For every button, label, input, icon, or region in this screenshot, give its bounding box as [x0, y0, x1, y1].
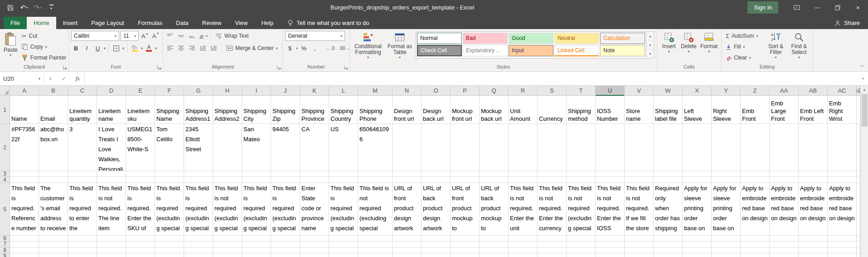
cell-AC4[interactable] — [828, 177, 857, 183]
cell-K6[interactable] — [300, 236, 329, 242]
column-header-AC[interactable]: AC — [828, 86, 857, 96]
align-right-button[interactable] — [187, 43, 197, 53]
cell-AA4[interactable] — [770, 177, 799, 183]
cell-V4[interactable] — [625, 177, 654, 183]
cell-AC8[interactable] — [828, 247, 857, 253]
cell-A4[interactable] — [10, 177, 39, 183]
cell-M6[interactable] — [358, 236, 393, 242]
cell-Z2[interactable] — [741, 124, 770, 171]
cell-W8[interactable] — [654, 247, 683, 253]
cell-U7[interactable] — [596, 242, 625, 247]
cell-E2[interactable]: USMEG18500-White-S — [126, 124, 155, 171]
cell-X1[interactable]: Left Sleeve — [683, 96, 712, 124]
clear-button[interactable]: Clear▾ — [724, 53, 764, 63]
cell-B5[interactable]: The customer 's email address to receive… — [39, 183, 68, 236]
column-header-W[interactable]: W — [654, 86, 683, 96]
cell-A3[interactable] — [10, 171, 39, 177]
column-header-X[interactable]: X — [683, 86, 712, 96]
fill-color-dropdown-caret[interactable]: ▾ — [141, 46, 143, 50]
column-header-Z[interactable]: Z — [741, 86, 770, 96]
cell-Z6[interactable] — [741, 236, 770, 242]
column-header-G[interactable]: G — [184, 86, 213, 96]
cell-N3[interactable] — [393, 171, 422, 177]
cell-B1[interactable]: Email — [39, 96, 68, 124]
cell-K3[interactable] — [300, 171, 329, 177]
tab-help[interactable]: Help — [254, 17, 280, 29]
cell-G5[interactable]: This field is required (excluding specia… — [184, 183, 213, 236]
column-header-Y[interactable]: Y — [712, 86, 741, 96]
fill-button[interactable]: Fill▾ — [724, 42, 764, 52]
cell-R7[interactable] — [509, 242, 538, 247]
cell-D1[interactable]: Lineitem name — [97, 96, 126, 124]
cell-H2[interactable] — [213, 124, 242, 171]
cell-B7[interactable] — [39, 242, 68, 247]
formula-bar-expand-button[interactable]: ▾ — [858, 72, 868, 85]
cell-V7[interactable] — [625, 242, 654, 247]
cell-S9[interactable] — [538, 253, 567, 257]
cell-U2[interactable] — [596, 124, 625, 171]
cell-X2[interactable] — [683, 124, 712, 171]
cell-AC9[interactable] — [828, 253, 857, 257]
cell-Q4[interactable] — [480, 177, 509, 183]
column-header-O[interactable]: O — [422, 86, 451, 96]
cell-T7[interactable] — [567, 242, 596, 247]
cell-Q9[interactable] — [480, 253, 509, 257]
cell-P7[interactable] — [451, 242, 480, 247]
cell-L6[interactable] — [329, 236, 358, 242]
cell-F3[interactable] — [155, 171, 184, 177]
column-header-Q[interactable]: Q — [480, 86, 509, 96]
cell-L5[interactable]: This field is required (excluding specia… — [329, 183, 358, 236]
cell-O1[interactable]: Design back url — [422, 96, 451, 124]
increase-font-size-button[interactable]: A▲ — [140, 31, 150, 41]
copy-button[interactable]: Copy▾ — [20, 42, 68, 52]
cell-Q7[interactable] — [480, 242, 509, 247]
column-header-E[interactable]: E — [126, 86, 155, 96]
cell-L1[interactable]: Shipping Country — [329, 96, 358, 124]
cell-J8[interactable] — [271, 247, 300, 253]
cell-AD3[interactable] — [857, 171, 860, 177]
save-button[interactable] — [5, 2, 16, 14]
cell-E4[interactable] — [126, 177, 155, 183]
cell-Z4[interactable] — [741, 177, 770, 183]
styles-gallery-up-button[interactable]: ▲ — [646, 32, 654, 41]
cell-G3[interactable] — [184, 171, 213, 177]
cell-O7[interactable] — [422, 242, 451, 247]
cell-M2[interactable]: 6506461096 — [358, 124, 393, 171]
alignment-dialog-launcher[interactable] — [276, 65, 281, 70]
cell-style-normal[interactable]: Normal — [417, 33, 462, 44]
cell-Q1[interactable]: Mockup back url — [480, 96, 509, 124]
cell-AD7[interactable] — [857, 242, 860, 247]
cell-AC3[interactable] — [828, 171, 857, 177]
customize-quick-access-button[interactable]: ▾ — [45, 2, 57, 14]
cell-H6[interactable] — [213, 236, 242, 242]
cell-H4[interactable] — [213, 177, 242, 183]
cell-C6[interactable] — [68, 236, 97, 242]
cell-J1[interactable]: Shipping Zip — [271, 96, 300, 124]
tab-home[interactable]: Home — [27, 17, 56, 29]
cell-F7[interactable] — [155, 242, 184, 247]
cell-L8[interactable] — [329, 247, 358, 253]
decrease-decimal-button[interactable]: .00→ — [337, 43, 351, 53]
cell-P8[interactable] — [451, 247, 480, 253]
cell-V1[interactable]: Store name — [625, 96, 654, 124]
cell-J4[interactable] — [271, 177, 300, 183]
cell-N2[interactable] — [393, 124, 422, 171]
cell-O2[interactable] — [422, 124, 451, 171]
clipboard-dialog-launcher[interactable] — [63, 65, 68, 70]
cell-AD2[interactable] — [857, 124, 860, 171]
cell-T2[interactable] — [567, 124, 596, 171]
collapse-ribbon-button[interactable] — [860, 61, 864, 69]
cell-P3[interactable] — [451, 171, 480, 177]
cell-C5[interactable]: This field is required to enter the quan… — [68, 183, 97, 236]
cell-B3[interactable] — [39, 171, 68, 177]
styles-gallery-down-button[interactable]: ▼ — [646, 41, 654, 50]
cell-N1[interactable]: Design front url — [393, 96, 422, 124]
cell-L3[interactable] — [329, 171, 358, 177]
cell-Z8[interactable] — [741, 247, 770, 253]
cell-AA9[interactable] — [770, 253, 799, 257]
cell-style-input[interactable]: Input — [509, 45, 553, 56]
cell-AB8[interactable] — [799, 247, 828, 253]
cell-U1[interactable]: IOSS Number — [596, 96, 625, 124]
cell-A6[interactable] — [10, 236, 39, 242]
cell-S6[interactable] — [538, 236, 567, 242]
